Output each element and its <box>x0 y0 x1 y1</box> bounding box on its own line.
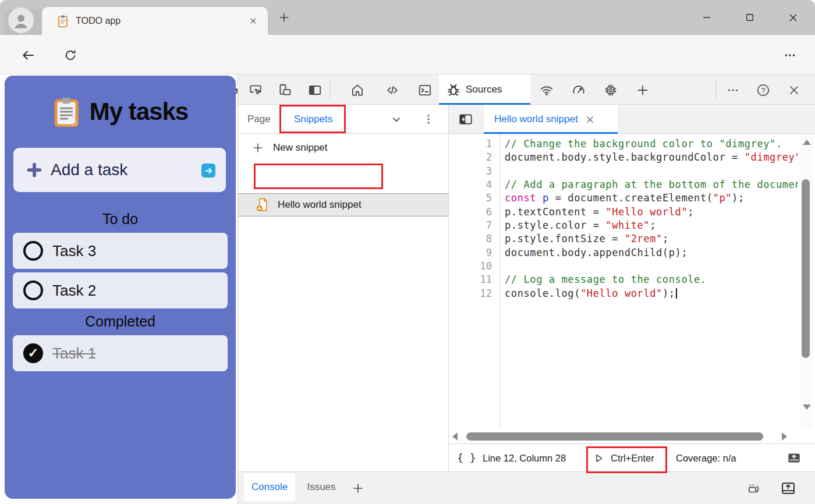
code-lines[interactable]: // Change the background color to "dimgr… <box>505 134 798 430</box>
drawer-tab-issues[interactable]: Issues <box>303 473 339 501</box>
performance-panel-button[interactable] <box>570 82 587 98</box>
code-line[interactable]: // Log a message to the console. <box>505 273 798 286</box>
task-checkbox[interactable] <box>23 241 43 261</box>
browser-tab-todo-app[interactable]: TODO app <box>42 7 268 35</box>
back-arrow-icon <box>21 48 36 63</box>
snippet-item-hello-world[interactable]: Hello world snippet <box>238 193 448 216</box>
console-panel-button[interactable] <box>417 82 433 98</box>
show-drawer-button[interactable] <box>786 450 802 466</box>
new-snippet-button[interactable]: New snippet <box>238 134 448 162</box>
drawer-tab-console[interactable]: Console <box>244 473 295 501</box>
line-number: 10 <box>449 260 492 273</box>
code-line[interactable]: p.style.color = "white"; <box>505 219 798 232</box>
add-task-input[interactable]: Add a task <box>13 148 226 192</box>
navigator-menu-button[interactable] <box>420 111 437 127</box>
plus-icon <box>251 141 265 155</box>
tab-page[interactable]: Page <box>247 105 271 134</box>
minimize-button[interactable] <box>699 9 715 26</box>
add-task-submit-button[interactable] <box>201 164 215 178</box>
scroll-left-arrow[interactable] <box>452 432 458 441</box>
run-snippet-play-icon[interactable] <box>593 452 605 464</box>
code-line[interactable]: // Change the background color to "dimgr… <box>505 137 798 151</box>
horizontal-scrollbar[interactable] <box>449 430 815 443</box>
toolbar-divider <box>715 80 716 99</box>
code-line[interactable]: p.style.fontSize = "2rem"; <box>505 232 798 246</box>
refresh-button[interactable] <box>63 48 78 63</box>
code-line[interactable]: document.body.appendChild(p); <box>505 246 798 260</box>
new-snippet-label: New snippet <box>273 142 328 154</box>
task-checkbox[interactable] <box>23 281 43 300</box>
device-emulation-button[interactable] <box>277 82 293 98</box>
cursor-position-label: Line 12, Column 28 <box>483 444 566 472</box>
add-panel-button[interactable] <box>635 82 651 98</box>
editor-status-bar: { } Line 12, Column 28 Ctrl+Enter Covera… <box>449 443 815 471</box>
help-button[interactable]: ? <box>755 82 771 98</box>
editor-tab-hello-world-snippet[interactable]: Hello world snippet <box>484 105 618 134</box>
code-line[interactable]: console.log("Hello world"); <box>505 287 798 300</box>
browser-menu-button[interactable] <box>782 48 798 63</box>
vertical-scrollbar[interactable] <box>799 134 813 430</box>
rotate-device-button[interactable] <box>746 480 763 496</box>
code-line[interactable] <box>505 165 798 178</box>
gutter-divider <box>499 134 500 430</box>
more-tabs-button[interactable] <box>388 111 405 127</box>
elements-panel-button[interactable] <box>384 82 401 98</box>
devtools-drawer: Console Issues <box>238 471 815 504</box>
close-editor-tab-button[interactable] <box>585 115 595 125</box>
line-number: 1 <box>449 137 492 151</box>
tab-snippets[interactable]: Snippets <box>294 105 332 134</box>
line-number: 11 <box>449 273 492 286</box>
devtools-toolbar: Sources <box>238 74 815 105</box>
snippet-file-icon <box>256 197 270 212</box>
arrow-right-icon <box>204 166 213 175</box>
run-shortcut-label[interactable]: Ctrl+Enter <box>611 444 654 472</box>
clipboard-icon <box>52 97 80 127</box>
cpu-chip-icon <box>603 83 618 98</box>
welcome-panel-button[interactable] <box>349 82 366 98</box>
pretty-print-button[interactable]: { } <box>457 444 476 472</box>
scroll-up-arrow[interactable] <box>803 140 811 145</box>
line-number: 2 <box>449 151 492 164</box>
scroll-down-arrow[interactable] <box>803 404 811 410</box>
close-devtools-button[interactable] <box>786 82 802 98</box>
task-item[interactable]: Task 3 <box>13 233 228 269</box>
clipboard-favicon-icon <box>57 15 69 28</box>
task-label: Task 2 <box>52 282 96 300</box>
devtools-panel: Sources <box>238 74 815 504</box>
expand-drawer-button[interactable] <box>780 480 796 496</box>
line-number: 12 <box>449 287 492 300</box>
vertical-scroll-thumb[interactable] <box>802 179 810 358</box>
line-number: 6 <box>449 205 492 219</box>
code-line[interactable]: // Add a paragraph at the bottom of the … <box>505 178 798 191</box>
tab-close-button[interactable] <box>247 15 260 27</box>
task-checkbox[interactable]: ✓ <box>23 343 43 363</box>
more-horizontal-icon <box>726 83 740 97</box>
code-line[interactable] <box>505 260 798 273</box>
maximize-button[interactable] <box>742 9 758 26</box>
horizontal-scroll-thumb[interactable] <box>466 432 763 441</box>
hide-navigator-button[interactable] <box>457 111 474 127</box>
back-button[interactable] <box>21 48 36 63</box>
task-item[interactable]: ✓Task 1 <box>13 335 228 371</box>
code-line[interactable]: p.textContent = "Hello world"; <box>505 205 798 219</box>
line-numbers: 123456789101112 <box>449 134 492 430</box>
memory-panel-button[interactable] <box>603 82 619 98</box>
avatar[interactable] <box>8 8 34 33</box>
network-panel-button[interactable] <box>538 82 555 98</box>
console-icon <box>417 83 433 98</box>
tab-sources[interactable]: Sources <box>439 74 530 105</box>
more-tools-button[interactable] <box>725 82 741 98</box>
inspect-element-button[interactable] <box>247 82 264 98</box>
task-item[interactable]: Task 2 <box>13 272 228 308</box>
code-line[interactable]: const p = document.createElement("p"); <box>505 191 798 205</box>
scroll-right-arrow[interactable] <box>782 432 787 441</box>
more-horizontal-icon <box>783 48 797 62</box>
panel-up-box-icon <box>780 480 796 496</box>
new-tab-button[interactable] <box>277 10 291 24</box>
code-line[interactable]: document.body.style.backgroundColor = "d… <box>505 151 798 164</box>
chevron-down-icon <box>390 113 403 126</box>
close-window-button[interactable] <box>785 9 801 26</box>
focus-mode-button[interactable] <box>307 82 323 98</box>
add-drawer-tab-button[interactable] <box>350 480 366 496</box>
maximize-icon <box>745 12 755 23</box>
